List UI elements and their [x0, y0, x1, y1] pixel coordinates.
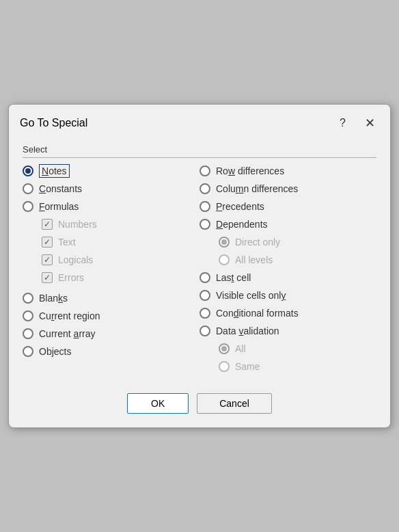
label-numbers: Numbers — [58, 219, 97, 230]
option-blanks[interactable]: Blanks — [23, 291, 200, 306]
sub-all-levels[interactable]: All levels — [200, 252, 376, 267]
option-current-region[interactable]: Current region — [23, 308, 200, 323]
left-column: Notes Constants Formulas Numbers — [23, 163, 200, 374]
label-direct-only: Direct only — [235, 237, 280, 248]
dialog-footer: OK Cancel — [9, 385, 390, 427]
option-notes[interactable]: Notes — [23, 163, 200, 178]
radio-all[interactable] — [219, 343, 230, 354]
radio-precedents[interactable] — [200, 201, 210, 212]
sub-all[interactable]: All — [200, 341, 376, 356]
label-notes: Notes — [39, 165, 70, 176]
checkbox-text[interactable] — [42, 237, 53, 248]
sub-text[interactable]: Text — [23, 235, 200, 250]
options-grid: Notes Constants Formulas Numbers — [23, 163, 376, 374]
dialog-body: Select Notes Constants — [9, 137, 390, 385]
option-formulas[interactable]: Formulas — [23, 199, 200, 214]
label-dependents: Dependents — [216, 219, 268, 230]
label-objects: Objects — [39, 346, 72, 357]
label-data-validation: Data validation — [216, 325, 279, 336]
label-visible-cells: Visible cells only — [216, 290, 286, 301]
option-precedents[interactable]: Precedents — [200, 199, 376, 214]
label-all-levels: All levels — [235, 254, 273, 265]
dialog-title: Go To Special — [20, 117, 87, 129]
sub-same[interactable]: Same — [200, 359, 376, 374]
radio-visible-cells[interactable] — [200, 290, 210, 301]
radio-direct-only[interactable] — [219, 237, 230, 248]
right-column: Row differences Column differences Prece… — [200, 163, 376, 374]
option-objects[interactable]: Objects — [23, 344, 200, 359]
title-controls: ? ✕ — [335, 114, 379, 132]
label-last-cell: Last cell — [216, 272, 251, 283]
option-visible-cells[interactable]: Visible cells only — [200, 288, 376, 303]
option-col-diff[interactable]: Column differences — [200, 181, 376, 196]
option-dependents[interactable]: Dependents — [200, 217, 376, 232]
ok-button[interactable]: OK — [127, 393, 189, 414]
radio-current-region[interactable] — [23, 310, 33, 321]
label-current-array: Current array — [39, 328, 96, 339]
label-all: All — [235, 343, 246, 354]
radio-constants[interactable] — [23, 183, 33, 194]
sub-errors[interactable]: Errors — [23, 270, 200, 285]
label-logicals: Logicals — [58, 254, 93, 265]
label-row-diff: Row differences — [216, 165, 284, 176]
option-current-array[interactable]: Current array — [23, 326, 200, 341]
checkbox-logicals[interactable] — [42, 254, 53, 265]
option-row-diff[interactable]: Row differences — [200, 163, 376, 178]
label-blanks: Blanks — [39, 293, 68, 304]
label-formulas: Formulas — [39, 201, 79, 212]
option-data-validation[interactable]: Data validation — [200, 323, 376, 338]
radio-same[interactable] — [219, 361, 230, 372]
radio-last-cell[interactable] — [200, 272, 210, 283]
radio-col-diff[interactable] — [200, 183, 210, 194]
label-same: Same — [235, 361, 260, 372]
label-text: Text — [58, 237, 76, 248]
sub-direct-only[interactable]: Direct only — [200, 235, 376, 250]
label-conditional-formats: Conditional formats — [216, 308, 299, 319]
option-last-cell[interactable]: Last cell — [200, 270, 376, 285]
label-precedents: Precedents — [216, 201, 264, 212]
label-col-diff: Column differences — [216, 183, 298, 194]
radio-all-levels[interactable] — [219, 254, 230, 265]
option-conditional-formats[interactable]: Conditional formats — [200, 306, 376, 321]
label-constants: Constants — [39, 183, 82, 194]
radio-notes[interactable] — [23, 165, 33, 176]
radio-blanks[interactable] — [23, 293, 33, 304]
select-label: Select — [23, 144, 376, 158]
radio-row-diff[interactable] — [200, 165, 210, 176]
radio-dependents[interactable] — [200, 219, 210, 230]
radio-data-validation[interactable] — [200, 325, 210, 336]
label-errors: Errors — [58, 272, 84, 283]
sub-logicals[interactable]: Logicals — [23, 252, 200, 267]
radio-formulas[interactable] — [23, 201, 33, 212]
checkbox-numbers[interactable] — [42, 219, 53, 230]
radio-conditional-formats[interactable] — [200, 308, 210, 319]
close-button[interactable]: ✕ — [361, 114, 379, 132]
radio-objects[interactable] — [23, 346, 33, 357]
sub-numbers[interactable]: Numbers — [23, 217, 200, 232]
cancel-button[interactable]: Cancel — [197, 393, 272, 414]
help-button[interactable]: ? — [335, 116, 350, 131]
go-to-special-dialog: Go To Special ? ✕ Select Notes — [8, 104, 391, 428]
radio-current-array[interactable] — [23, 328, 33, 339]
label-current-region: Current region — [39, 310, 100, 321]
title-bar: Go To Special ? ✕ — [9, 105, 390, 137]
checkbox-errors[interactable] — [42, 272, 53, 283]
option-constants[interactable]: Constants — [23, 181, 200, 196]
